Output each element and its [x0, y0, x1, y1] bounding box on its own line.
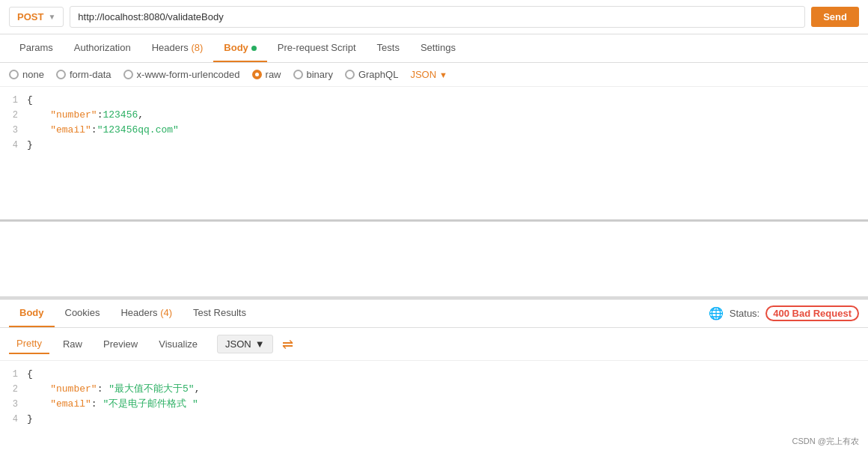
radio-formdata-label: form-data [70, 69, 111, 80]
resp-tab-test-label: Test Results [193, 307, 246, 318]
req-key-number: "number" [50, 109, 97, 121]
radio-graphql-label: GraphQL [358, 69, 398, 80]
req-key-email: "email" [50, 124, 91, 136]
resp-content-1: { [27, 367, 868, 382]
resp-linenum-3: 3 [0, 397, 27, 412]
response-body-editor: 1 { 2 "number": "最大值不能大于5", 3 "email": "… [0, 361, 868, 433]
status-label: Status: [730, 308, 760, 319]
req-line-3: 3 "email":"123456qq.com" [0, 123, 868, 138]
tab-tests-label: Tests [377, 42, 400, 53]
json-format-selector[interactable]: JSON ▼ [410, 69, 447, 80]
req-linenum-4: 4 [0, 138, 27, 153]
radio-graphql[interactable]: GraphQL [345, 69, 398, 80]
radio-binary[interactable]: binary [293, 69, 333, 80]
body-active-dot [251, 46, 257, 51]
resp-key-email: "email" [50, 398, 91, 410]
format-raw-label: Raw [63, 338, 82, 350]
request-tabs: Params Authorization Headers (8) Body Pr… [0, 34, 868, 63]
radio-formdata-dot [56, 70, 66, 79]
radio-graphql-dot [345, 70, 355, 79]
editor-spacer [0, 222, 868, 297]
format-tab-raw[interactable]: Raw [55, 335, 90, 353]
resp-tab-cookies-label: Cookies [65, 307, 100, 318]
globe-icon[interactable]: 🌐 [709, 306, 724, 320]
body-type-row: none form-data x-www-form-urlencoded raw… [0, 63, 868, 87]
radio-binary-label: binary [307, 69, 333, 80]
response-status-area: 🌐 Status: 400 Bad Request [709, 305, 859, 321]
resp-tab-body[interactable]: Body [9, 300, 55, 327]
format-tab-preview[interactable]: Preview [96, 335, 145, 353]
req-linenum-3: 3 [0, 123, 27, 138]
tab-settings-label: Settings [421, 42, 456, 53]
req-content-1: { [27, 93, 868, 108]
footer: CSDN @完上有农 [0, 433, 868, 450]
resp-content-2: "number": "最大值不能大于5", [27, 382, 868, 397]
tab-authorization[interactable]: Authorization [64, 34, 141, 62]
headers-badge: (8) [191, 42, 203, 53]
url-input[interactable] [70, 6, 805, 28]
wrap-icon[interactable]: ⇌ [282, 336, 293, 353]
resp-val-number: "最大值不能大于5" [109, 383, 194, 395]
resp-content-3: "email": "不是电子邮件格式 " [27, 397, 868, 412]
format-tab-pretty[interactable]: Pretty [9, 334, 49, 354]
format-select-chevron: ▼ [255, 338, 265, 350]
tab-settings[interactable]: Settings [410, 34, 466, 62]
radio-urlencoded-dot [123, 70, 133, 79]
footer-brand: CSDN @完上有农 [792, 436, 859, 447]
radio-urlencoded-label: x-www-form-urlencoded [137, 69, 240, 80]
method-select[interactable]: POST ▼ [9, 7, 64, 27]
request-body-editor[interactable]: 1 { 2 "number":123456, 3 "email":"123456… [0, 87, 868, 222]
tab-tests[interactable]: Tests [367, 34, 410, 62]
radio-raw-label: raw [266, 69, 281, 80]
resp-key-number: "number" [50, 383, 97, 395]
resp-line-2: 2 "number": "最大值不能大于5", [0, 382, 868, 397]
radio-none[interactable]: none [9, 69, 44, 80]
radio-raw[interactable]: raw [252, 69, 281, 80]
status-value: 400 Bad Request [765, 305, 859, 321]
format-select-btn[interactable]: JSON ▼ [217, 335, 273, 353]
req-val-email: "123456qq.com" [97, 124, 179, 136]
req-line-1: 1 { [0, 93, 868, 108]
req-linenum-1: 1 [0, 93, 27, 108]
resp-line-1: 1 { [0, 367, 868, 382]
method-chevron: ▼ [48, 13, 55, 21]
resp-line-4: 4 } [0, 412, 868, 427]
resp-val-email: "不是电子邮件格式 " [103, 398, 198, 410]
resp-tab-cookies[interactable]: Cookies [55, 300, 111, 327]
tab-params-label: Params [19, 42, 53, 53]
resp-linenum-2: 2 [0, 382, 27, 397]
radio-binary-dot [293, 70, 303, 79]
format-row: Pretty Raw Preview Visualize JSON ▼ ⇌ [0, 328, 868, 361]
radio-formdata[interactable]: form-data [56, 69, 111, 80]
resp-linenum-1: 1 [0, 367, 27, 382]
tab-body-label: Body [224, 42, 248, 53]
format-tab-visualize[interactable]: Visualize [151, 335, 205, 353]
resp-content-4: } [27, 412, 868, 427]
tab-authorization-label: Authorization [74, 42, 131, 53]
resp-tab-test-results[interactable]: Test Results [183, 300, 257, 327]
format-visualize-label: Visualize [159, 338, 198, 350]
radio-urlencoded[interactable]: x-www-form-urlencoded [123, 69, 240, 80]
tab-headers-label: Headers (8) [152, 42, 204, 53]
resp-tab-headers[interactable]: Headers (4) [110, 300, 183, 327]
method-label: POST [17, 11, 43, 22]
radio-raw-dot [252, 70, 262, 79]
resp-tab-headers-label: Headers (4) [120, 307, 172, 318]
send-button[interactable]: Send [811, 7, 859, 27]
tab-body[interactable]: Body [213, 34, 267, 62]
req-content-4: } [27, 138, 868, 153]
tab-params[interactable]: Params [9, 34, 64, 62]
format-preview-label: Preview [103, 338, 138, 350]
resp-linenum-4: 4 [0, 412, 27, 427]
json-format-chevron: ▼ [439, 70, 447, 79]
url-bar: POST ▼ Send [0, 0, 868, 34]
radio-none-label: none [22, 69, 44, 80]
format-pretty-label: Pretty [16, 338, 42, 349]
req-linenum-2: 2 [0, 108, 27, 123]
resp-line-3: 3 "email": "不是电子邮件格式 " [0, 397, 868, 412]
resp-tab-body-label: Body [19, 307, 44, 318]
tab-headers[interactable]: Headers (8) [141, 34, 214, 62]
tab-prerequest[interactable]: Pre-request Script [267, 34, 367, 62]
radio-none-dot [9, 70, 19, 79]
resp-headers-badge: (4) [160, 307, 172, 318]
